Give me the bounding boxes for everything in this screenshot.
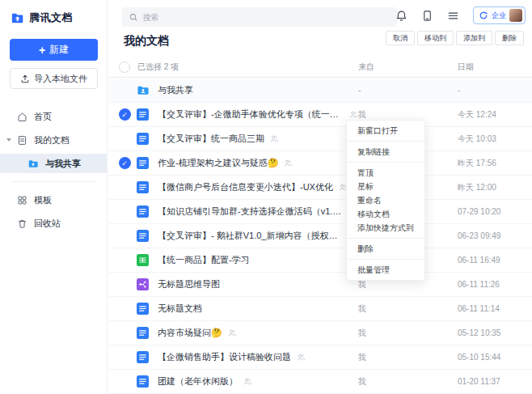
plus-icon: + [39, 44, 45, 56]
search-input[interactable] [142, 13, 390, 22]
file-title[interactable]: 【微信商户号后台信息变更小迭代】-UX优化 [158, 181, 333, 193]
table-row[interactable]: 无标题思维导图 我 06-11 11:26 [108, 273, 532, 297]
sidebar-item-my-docs[interactable]: 我的文档 [0, 130, 107, 150]
row-checkbox-cell[interactable]: ✓ [118, 108, 131, 121]
selection-status: 已选择 2 项 [137, 61, 179, 73]
selection-actions: 取消移动到添加到删除 [386, 31, 524, 45]
file-title[interactable]: 团建（老年休闲版） [158, 375, 238, 388]
hamburger-menu-icon [447, 10, 459, 22]
more-menu-button[interactable] [447, 10, 459, 22]
sidebar-item-shared-with-me[interactable]: 与我共享 [0, 154, 107, 173]
file-title[interactable]: 【交叉评审】统一商品三期 [158, 133, 264, 145]
row-checkbox-cell[interactable]: ✓ [118, 157, 131, 169]
file-owner: 我 [358, 109, 458, 121]
sidebar-divider [11, 181, 95, 182]
context-menu-group: 复制链接 [347, 141, 424, 162]
move-to-button[interactable]: 移动到 [417, 31, 454, 45]
menu-item-pin-to-top[interactable]: 置顶 [347, 166, 424, 180]
file-date: 今天 10:03 [458, 133, 532, 145]
table-row[interactable]: 【微信商户号后台信息变更小迭代】-UX优化 我 昨天 12:00 [108, 176, 532, 200]
table-row[interactable]: 【交叉评审】- 鹅社群V1.0_新增内容（授权企微通讯录） 我 06-23 09… [108, 224, 532, 248]
notifications-button[interactable] [395, 10, 407, 22]
table-row[interactable]: 团建（老年休闲版） 我 01-20 11:37 [108, 370, 532, 394]
column-header-date[interactable]: 日期 [458, 61, 532, 73]
file-owner: 我 [358, 303, 458, 315]
menu-item-move-document[interactable]: 移动文档 [347, 207, 424, 221]
sidebar-item-templates[interactable]: 模板 [0, 190, 107, 210]
shared-people-icon [284, 159, 293, 167]
file-title[interactable]: 【企微销售助手】设计稿验收问题 [158, 351, 291, 363]
file-title[interactable]: 与我共享 [158, 84, 193, 96]
file-owner: - [358, 86, 458, 95]
file-date: 05-12 10:35 [458, 328, 532, 337]
template-icon [17, 195, 27, 205]
file-title[interactable]: 内容市场疑问🤔 [158, 327, 222, 339]
table-header: 已选择 2 项 来自 日期 [108, 57, 532, 78]
file-owner: 我 [358, 376, 458, 388]
bell-icon [395, 10, 407, 22]
row-checkbox-checked[interactable]: ✓ [119, 157, 131, 169]
new-document-button[interactable]: + 新建 [10, 39, 98, 61]
add-to-button[interactable]: 添加到 [456, 31, 492, 45]
table-row[interactable]: 内容市场疑问🤔 我 05-12 10:35 [108, 321, 532, 345]
shared-folder-icon [137, 84, 150, 96]
file-title[interactable]: 作业-梳理架构之建议与疑惑🤔 [158, 157, 278, 169]
document-icon [17, 135, 27, 146]
table-row[interactable]: 【交叉评审】统一商品三期 我 今天 10:03 [108, 127, 532, 151]
menu-item-rename[interactable]: 重命名 [347, 193, 424, 207]
file-title[interactable]: 【交叉评审】-企微助手体验优化专项（统一欢迎语设置） [158, 108, 344, 121]
table-row[interactable]: 【企微销售助手】设计稿验收问题 我 05-10 15:44 [108, 345, 532, 370]
home-icon [17, 112, 27, 122]
column-header-from[interactable]: 来自 [358, 61, 458, 73]
import-local-file-button[interactable]: 导入本地文件 [10, 68, 98, 89]
menu-item-star[interactable]: 星标 [347, 180, 424, 193]
menu-item-copy-link[interactable]: 复制链接 [347, 145, 424, 159]
shared-people-icon [243, 377, 252, 386]
account-label: 企业 [492, 11, 506, 21]
file-date: 06-23 09:49 [458, 231, 532, 240]
file-title[interactable]: 无标题文档 [158, 303, 202, 315]
table-row[interactable]: 【知识店铺引导加群-支持选择企微活码（v1.2）】-UX优化 我 07-29 1… [108, 200, 532, 224]
chevron-down-icon[interactable] [6, 138, 11, 142]
main-content: 企业 我的文档 取消移动到添加到删除 已选择 2 项 来自 日期 与我共享 - … [108, 0, 532, 394]
table-row[interactable]: 无标题文档 我 06-11 11:14 [108, 297, 532, 321]
sidebar-item-recycle-bin[interactable]: 回收站 [0, 214, 107, 233]
sidebar: 腾讯文档 + 新建 导入本地文件 首页 我的文档 与我共享 模板 回收站 [0, 0, 108, 394]
table-row[interactable]: ✓ 作业-梳理架构之建议与疑惑🤔 我 昨天 17:56 [108, 151, 532, 176]
doc-icon [137, 181, 150, 193]
tencent-docs-logo-icon [11, 11, 24, 25]
menu-item-add-shortcut-to[interactable]: 添加快捷方式到 [347, 221, 424, 235]
menu-item-open-in-new-window[interactable]: 新窗口打开 [347, 124, 424, 138]
select-all-checkbox[interactable] [119, 61, 130, 73]
trash-icon [17, 218, 27, 229]
file-title[interactable]: 【统一商品】配置-学习 [158, 254, 250, 266]
table-row[interactable]: 与我共享 - - [108, 78, 532, 103]
menu-item-batch-manage[interactable]: 批量管理 [347, 263, 424, 277]
file-date: - [458, 86, 532, 95]
account-switcher[interactable]: 企业 [473, 6, 526, 24]
context-menu: 新窗口打开复制链接置顶星标重命名移动文档添加快捷方式到删除批量管理 [346, 120, 425, 281]
menu-item-delete[interactable]: 删除 [347, 242, 424, 256]
file-title[interactable]: 【知识店铺引导加群-支持选择企微活码（v1.2）】-UX优化 [158, 205, 344, 218]
doc-icon [137, 303, 150, 315]
doc-icon [137, 375, 150, 388]
file-date: 05-10 15:44 [458, 353, 532, 362]
mobile-app-button[interactable] [421, 10, 433, 22]
table-row[interactable]: ✓ 【交叉评审】-企微助手体验优化专项（统一欢迎语设置） 我 今天 12:24 [108, 103, 532, 127]
shared-people-icon [228, 328, 237, 337]
row-checkbox-checked[interactable]: ✓ [119, 108, 131, 121]
sheet-icon [137, 254, 150, 266]
file-date: 01-20 11:37 [458, 377, 532, 386]
search-bar[interactable] [122, 7, 397, 27]
avatar[interactable] [509, 9, 522, 22]
table-row[interactable]: 【统一商品】配置-学习 我 06-11 16:49 [108, 248, 532, 273]
file-title[interactable]: 无标题思维导图 [158, 278, 220, 290]
mindmap-icon [137, 278, 150, 290]
file-title[interactable]: 【交叉评审】- 鹅社群V1.0_新增内容（授权企微通讯录） [158, 230, 344, 242]
doc-icon [137, 108, 150, 121]
sidebar-item-home[interactable]: 首页 [0, 107, 107, 126]
file-date: 06-11 16:49 [458, 256, 532, 265]
delete-button[interactable]: 删除 [495, 31, 524, 45]
cancel-button[interactable]: 取消 [386, 31, 415, 45]
context-menu-group: 置顶星标重命名移动文档添加快捷方式到 [347, 162, 424, 238]
